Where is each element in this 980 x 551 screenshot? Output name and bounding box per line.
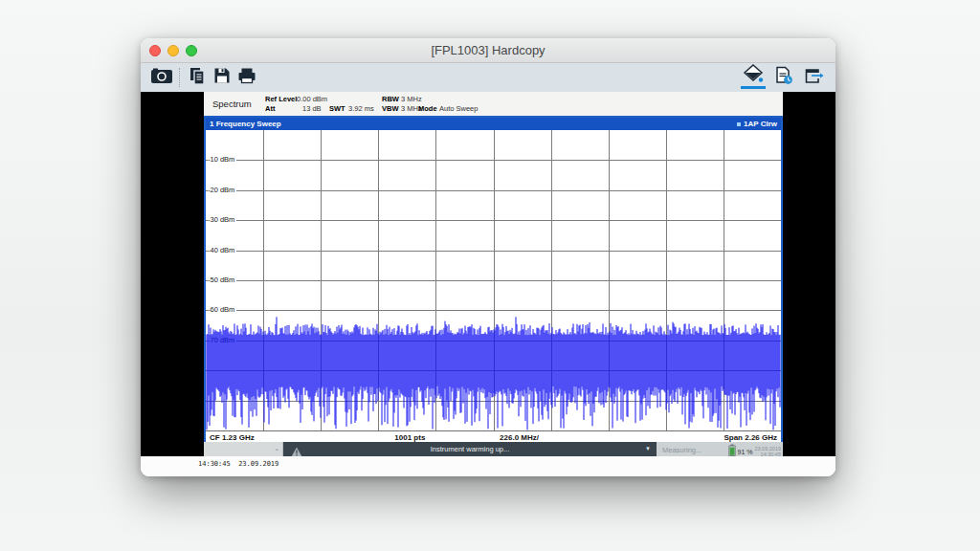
ink-bottle-icon bbox=[743, 64, 764, 88]
ref-level-value: 0.00 dBm bbox=[297, 95, 327, 103]
preview-refresh-icon bbox=[774, 66, 794, 90]
per-division-label: 226.0 MHz/ bbox=[500, 433, 539, 442]
copy-icon bbox=[189, 67, 206, 89]
screenshot-button[interactable] bbox=[149, 66, 174, 89]
channel-settings-header: Spectrum Ref Level 0.00 dBm Att 13 dB SW… bbox=[204, 92, 783, 116]
ref-level-label: Ref Level bbox=[265, 95, 297, 103]
center-frequency-label: CF 1.23 GHz bbox=[210, 433, 255, 442]
rbw-value: 3 MHz bbox=[401, 95, 422, 103]
measuring-status: Measuring... bbox=[662, 446, 702, 454]
print-icon bbox=[237, 67, 256, 88]
save-icon bbox=[213, 67, 231, 88]
channel-tab-spectrum[interactable]: Spectrum bbox=[212, 99, 252, 109]
save-button[interactable] bbox=[210, 66, 234, 89]
rbw-label: RBW bbox=[382, 95, 399, 103]
span-label: Span 2.26 GHz bbox=[724, 433, 777, 442]
swt-value: 3.92 ms bbox=[348, 104, 374, 113]
toolbar bbox=[141, 63, 835, 92]
color-mode-button[interactable] bbox=[741, 66, 766, 89]
status-right-section: Measuring... 91 % 23.09.2019 bbox=[657, 442, 783, 456]
window-title: [FPL1003] Hardcopy bbox=[141, 43, 835, 57]
trace-marker-icon bbox=[737, 122, 741, 126]
instrument-status-bar: ⌄ Instrument warming up... ▼ Measuring..… bbox=[204, 442, 783, 456]
window-body: Spectrum Ref Level 0.00 dBm Att 13 dB SW… bbox=[141, 92, 835, 476]
att-label: Att bbox=[265, 104, 275, 113]
chevron-down-icon: ⌄ bbox=[274, 445, 279, 452]
preview-button[interactable] bbox=[771, 66, 796, 89]
copy-button[interactable] bbox=[185, 66, 210, 89]
mode-label: Mode bbox=[418, 104, 437, 113]
instrument-hardcopy-image: Spectrum Ref Level 0.00 dBm Att 13 dB SW… bbox=[204, 92, 783, 456]
trace-header-bar: 1 Frequency Sweep 1AP Clrw bbox=[206, 118, 781, 130]
mode-value: Auto Sweep bbox=[439, 104, 478, 113]
status-message: Instrument warming up... bbox=[431, 445, 510, 453]
toolbar-right-group bbox=[741, 66, 827, 89]
sweep-points-label: 1001 pts bbox=[394, 433, 425, 442]
camera-icon bbox=[150, 67, 173, 88]
vbw-label: VBW bbox=[382, 104, 399, 113]
att-value: 13 dB bbox=[302, 104, 322, 113]
status-dropdown-box[interactable]: ⌄ bbox=[204, 442, 283, 456]
spectrum-chart: -10 dBm-20 dBm-30 dBm-40 dBm-50 dBm-60 d… bbox=[206, 130, 781, 431]
battery-percent: 91 % bbox=[738, 449, 753, 455]
export-button[interactable] bbox=[802, 66, 827, 89]
measurement-window-frame: 1 Frequency Sweep 1AP Clrw -10 dBm-20 dB… bbox=[204, 116, 783, 442]
footer-strip: 14:30:45 23.09.2019 bbox=[141, 456, 835, 476]
window-number-title: 1 Frequency Sweep bbox=[210, 120, 281, 128]
hardcopy-window: [FPL1003] Hardcopy bbox=[141, 38, 835, 476]
noise-trace bbox=[206, 130, 781, 431]
status-message-bar[interactable]: Instrument warming up... ▼ bbox=[283, 442, 657, 456]
dropdown-arrow-icon: ▼ bbox=[645, 446, 651, 452]
export-icon bbox=[804, 67, 825, 89]
trace-label: 1AP Clrw bbox=[744, 120, 777, 128]
toolbar-separator bbox=[179, 68, 180, 87]
swt-label: SWT bbox=[329, 104, 345, 113]
print-button[interactable] bbox=[234, 66, 259, 89]
capture-timestamp: 14:30:45 23.09.2019 bbox=[198, 460, 278, 468]
titlebar[interactable]: [FPL1003] Hardcopy bbox=[141, 38, 835, 63]
